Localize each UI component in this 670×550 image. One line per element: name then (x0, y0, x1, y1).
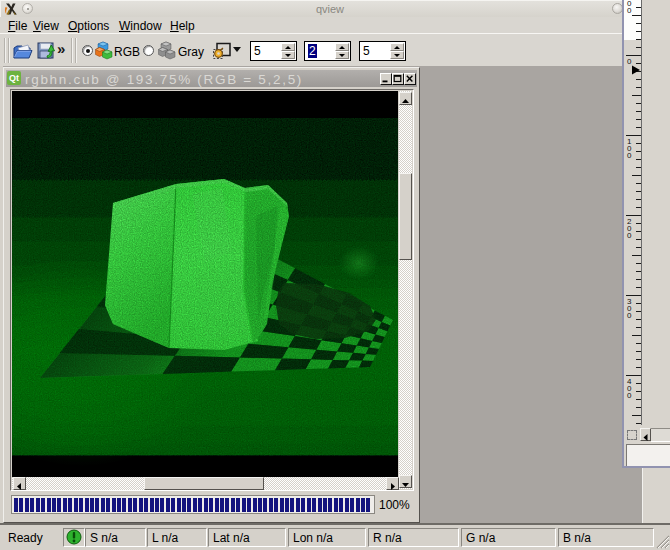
svg-text:0: 0 (627, 151, 632, 160)
svg-text:0: 0 (627, 391, 632, 400)
svg-text:0: 0 (627, 231, 632, 240)
svg-text:0: 0 (627, 57, 632, 66)
svg-text:0: 0 (627, 6, 632, 15)
svg-text:0: 0 (627, 311, 632, 320)
